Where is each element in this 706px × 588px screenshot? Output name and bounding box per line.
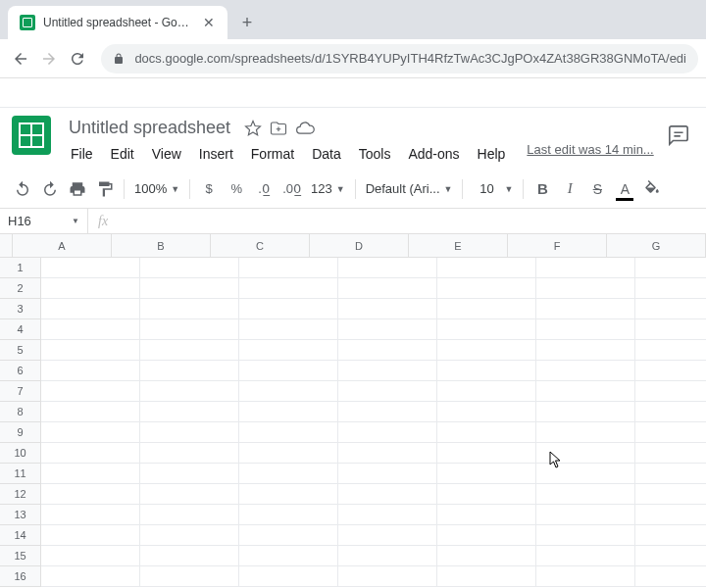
- last-edit-link[interactable]: Last edit was 14 min...: [527, 142, 653, 166]
- comments-icon[interactable]: [663, 120, 694, 151]
- cell[interactable]: [140, 484, 239, 505]
- cell[interactable]: [338, 340, 437, 361]
- menu-insert[interactable]: Insert: [191, 142, 241, 166]
- cell[interactable]: [140, 278, 239, 299]
- cell[interactable]: [338, 319, 437, 340]
- cell[interactable]: [437, 299, 536, 319]
- cell[interactable]: [536, 546, 635, 566]
- document-title[interactable]: Untitled spreadsheet: [63, 116, 236, 140]
- cell[interactable]: [140, 258, 239, 278]
- fill-color-button[interactable]: [639, 176, 665, 202]
- cell[interactable]: [536, 319, 635, 340]
- cell[interactable]: [338, 484, 437, 505]
- row-header[interactable]: 5: [0, 340, 41, 361]
- row-header[interactable]: 15: [0, 546, 41, 566]
- cell[interactable]: [437, 340, 536, 361]
- menu-tools[interactable]: Tools: [351, 142, 399, 166]
- cell[interactable]: [635, 546, 706, 566]
- cell[interactable]: [338, 258, 437, 278]
- menu-edit[interactable]: Edit: [103, 142, 142, 166]
- row-header[interactable]: 1: [0, 258, 41, 278]
- cell[interactable]: [338, 525, 437, 546]
- cell[interactable]: [239, 319, 338, 340]
- currency-button[interactable]: $: [196, 176, 222, 202]
- text-color-button[interactable]: A: [612, 176, 637, 202]
- row-header[interactable]: 14: [0, 525, 41, 546]
- cell[interactable]: [239, 361, 338, 381]
- cell[interactable]: [437, 546, 536, 566]
- cell[interactable]: [239, 464, 338, 484]
- column-header[interactable]: B: [112, 234, 211, 258]
- cell[interactable]: [140, 299, 239, 319]
- cell[interactable]: [536, 299, 635, 319]
- cell[interactable]: [536, 402, 635, 422]
- cell[interactable]: [239, 525, 338, 546]
- cell[interactable]: [239, 340, 338, 361]
- cell[interactable]: [635, 402, 706, 422]
- reload-button[interactable]: [65, 43, 89, 74]
- back-button[interactable]: [8, 43, 32, 74]
- cell[interactable]: [239, 381, 338, 402]
- formula-input[interactable]: [118, 209, 706, 233]
- cell[interactable]: [239, 402, 338, 422]
- cell[interactable]: [41, 361, 140, 381]
- cell[interactable]: [41, 299, 140, 319]
- cell[interactable]: [140, 319, 239, 340]
- row-header[interactable]: 8: [0, 402, 41, 422]
- row-header[interactable]: 13: [0, 505, 41, 525]
- decrease-decimal-button[interactable]: .0̲: [251, 176, 277, 202]
- cell[interactable]: [239, 299, 338, 319]
- column-header[interactable]: G: [607, 234, 706, 258]
- cell[interactable]: [437, 278, 536, 299]
- cell[interactable]: [536, 464, 635, 484]
- cell[interactable]: [437, 361, 536, 381]
- cell[interactable]: [140, 443, 239, 464]
- cell[interactable]: [635, 319, 706, 340]
- cell[interactable]: [41, 402, 140, 422]
- menu-help[interactable]: Help: [470, 142, 514, 166]
- cell[interactable]: [437, 402, 536, 422]
- cell[interactable]: [239, 278, 338, 299]
- menu-view[interactable]: View: [144, 142, 189, 166]
- cell[interactable]: [536, 278, 635, 299]
- column-header[interactable]: A: [13, 234, 112, 258]
- cell[interactable]: [338, 443, 437, 464]
- cell[interactable]: [635, 422, 706, 443]
- print-button[interactable]: [65, 176, 90, 202]
- cell[interactable]: [239, 484, 338, 505]
- cell[interactable]: [140, 464, 239, 484]
- cell[interactable]: [140, 381, 239, 402]
- cell[interactable]: [635, 443, 706, 464]
- cell[interactable]: [536, 381, 635, 402]
- menu-data[interactable]: Data: [304, 142, 349, 166]
- cell[interactable]: [41, 443, 140, 464]
- paint-format-button[interactable]: [92, 176, 118, 202]
- menu-addons[interactable]: Add-ons: [400, 142, 467, 166]
- cell[interactable]: [437, 319, 536, 340]
- cell[interactable]: [437, 525, 536, 546]
- cell[interactable]: [536, 258, 635, 278]
- move-icon[interactable]: [270, 120, 287, 137]
- select-all-corner[interactable]: [0, 234, 13, 258]
- bold-button[interactable]: B: [530, 176, 555, 202]
- cell[interactable]: [140, 566, 239, 587]
- redo-button[interactable]: [37, 176, 63, 202]
- cell[interactable]: [437, 484, 536, 505]
- row-header[interactable]: 4: [0, 319, 41, 340]
- cell[interactable]: [41, 505, 140, 525]
- cell[interactable]: [239, 566, 338, 587]
- cell[interactable]: [635, 464, 706, 484]
- cell[interactable]: [239, 258, 338, 278]
- italic-button[interactable]: I: [557, 176, 582, 202]
- url-bar[interactable]: docs.google.com/spreadsheets/d/1SYRB4YUP…: [101, 44, 698, 74]
- cell[interactable]: [140, 546, 239, 566]
- cell[interactable]: [140, 525, 239, 546]
- strikethrough-button[interactable]: S: [584, 176, 610, 202]
- column-header[interactable]: E: [409, 234, 508, 258]
- zoom-select[interactable]: 100% ▼: [130, 176, 183, 202]
- menu-file[interactable]: File: [63, 142, 101, 166]
- name-box[interactable]: H16 ▼: [0, 209, 88, 233]
- cell[interactable]: [140, 402, 239, 422]
- undo-button[interactable]: [10, 176, 35, 202]
- cell[interactable]: [41, 258, 140, 278]
